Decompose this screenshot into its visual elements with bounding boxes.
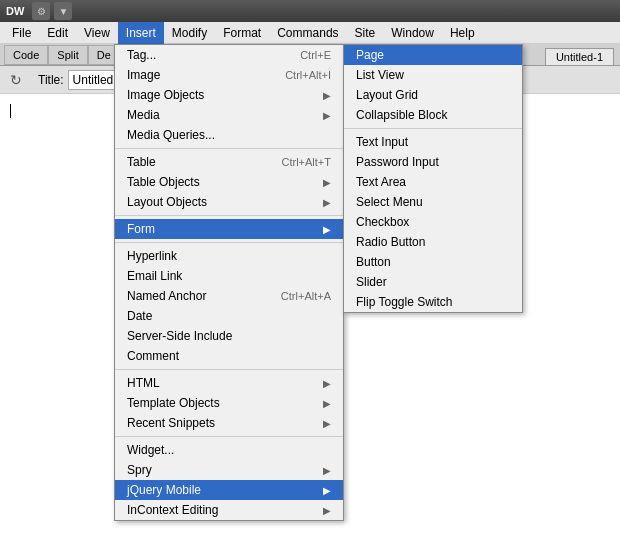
submenu-arrow-icon: ▶ (323, 378, 331, 389)
menu-item-label: jQuery Mobile (127, 483, 201, 497)
form-submenu-item-page[interactable]: Page (344, 45, 522, 65)
insert-menu-item-jquerymobile[interactable]: jQuery Mobile▶ (115, 480, 343, 500)
menu-separator-5 (115, 148, 343, 149)
menu-item-label: Tag... (127, 48, 156, 62)
menu-separator-11 (115, 242, 343, 243)
menu-item-label: Hyperlink (127, 249, 177, 263)
menu-item-modify[interactable]: Modify (164, 22, 215, 44)
menu-item-label: Template Objects (127, 396, 220, 410)
menu-item-label: Server-Side Include (127, 329, 232, 343)
menu-item-label: Table Objects (127, 175, 200, 189)
menu-item-label: HTML (127, 376, 160, 390)
insert-menu-item-table[interactable]: TableCtrl+Alt+T (115, 152, 343, 172)
insert-menu: Tag...Ctrl+EImageCtrl+Alt+IImage Objects… (114, 44, 344, 521)
insert-menu-item-html[interactable]: HTML▶ (115, 373, 343, 393)
menu-item-window[interactable]: Window (383, 22, 442, 44)
submenu-arrow-icon: ▶ (323, 505, 331, 516)
menu-item-label: Email Link (127, 269, 182, 283)
menu-item-site[interactable]: Site (347, 22, 384, 44)
menu-item-label: Layout Objects (127, 195, 207, 209)
submenu-separator-4 (344, 128, 522, 129)
submenu-arrow-icon: ▶ (323, 197, 331, 208)
form-submenu-item-button[interactable]: Button (344, 252, 522, 272)
app-name: DW (6, 5, 24, 17)
form-submenu-item-selectmenu[interactable]: Select Menu (344, 192, 522, 212)
code-view-button[interactable]: Code (4, 45, 48, 65)
menu-item-file[interactable]: File (4, 22, 39, 44)
menu-item-commands[interactable]: Commands (269, 22, 346, 44)
insert-menu-item-imageobjects[interactable]: Image Objects▶ (115, 85, 343, 105)
insert-menu-item-widget[interactable]: Widget... (115, 440, 343, 460)
form-submenu-item-radiobutton[interactable]: Radio Button (344, 232, 522, 252)
menu-item-label: Spry (127, 463, 152, 477)
insert-menu-item-incontextediting[interactable]: InContext Editing▶ (115, 500, 343, 520)
form-submenu-item-checkbox[interactable]: Checkbox (344, 212, 522, 232)
submenu-arrow-icon: ▶ (323, 398, 331, 409)
menu-item-label: Media Queries... (127, 128, 215, 142)
form-submenu-item-collapsibleblock[interactable]: Collapsible Block (344, 105, 522, 125)
menu-item-label: Date (127, 309, 152, 323)
title-label: Title: (38, 73, 64, 87)
menu-separator-9 (115, 215, 343, 216)
submenu-arrow-icon: ▶ (323, 110, 331, 121)
form-submenu: PageList ViewLayout GridCollapsible Bloc… (343, 44, 523, 313)
menu-separator-22 (115, 436, 343, 437)
menu-item-shortcut: Ctrl+Alt+I (285, 69, 331, 81)
form-submenu-item-textarea[interactable]: Text Area (344, 172, 522, 192)
form-submenu-item-layoutgrid[interactable]: Layout Grid (344, 85, 522, 105)
form-submenu-item-passwordinput[interactable]: Password Input (344, 152, 522, 172)
form-submenu-item-textinput[interactable]: Text Input (344, 132, 522, 152)
insert-menu-item-serversideinclude[interactable]: Server-Side Include (115, 326, 343, 346)
menu-item-label: Image (127, 68, 160, 82)
menu-item-help[interactable]: Help (442, 22, 483, 44)
insert-menu-item-emaillink[interactable]: Email Link (115, 266, 343, 286)
cursor (10, 104, 11, 118)
insert-menu-item-date[interactable]: Date (115, 306, 343, 326)
menu-separator-18 (115, 369, 343, 370)
insert-menu-item-image[interactable]: ImageCtrl+Alt+I (115, 65, 343, 85)
submenu-arrow-icon: ▶ (323, 90, 331, 101)
menu-item-format[interactable]: Format (215, 22, 269, 44)
insert-menu-item-form[interactable]: Form▶ (115, 219, 343, 239)
menu-item-view[interactable]: View (76, 22, 118, 44)
menu-item-label: Widget... (127, 443, 174, 457)
insert-menu-item-namedanchor[interactable]: Named AnchorCtrl+Alt+A (115, 286, 343, 306)
menu-item-label: Image Objects (127, 88, 204, 102)
insert-menu-item-layoutobjects[interactable]: Layout Objects▶ (115, 192, 343, 212)
menu-item-shortcut: Ctrl+Alt+A (281, 290, 331, 302)
submenu-arrow-icon: ▶ (323, 177, 331, 188)
insert-menu-item-spry[interactable]: Spry▶ (115, 460, 343, 480)
insert-menu-item-mediaqueries[interactable]: Media Queries... (115, 125, 343, 145)
menu-item-shortcut: Ctrl+Alt+T (281, 156, 331, 168)
insert-menu-item-media[interactable]: Media▶ (115, 105, 343, 125)
gear-icon[interactable]: ⚙ (32, 2, 50, 20)
arrow-icon[interactable]: ▼ (54, 2, 72, 20)
submenu-arrow-icon: ▶ (323, 485, 331, 496)
title-bar: DW ⚙ ▼ (0, 0, 620, 22)
form-submenu-item-slider[interactable]: Slider (344, 272, 522, 292)
form-submenu-item-fliptoggleswitch[interactable]: Flip Toggle Switch (344, 292, 522, 312)
insert-menu-item-tableobjects[interactable]: Table Objects▶ (115, 172, 343, 192)
menu-item-label: Media (127, 108, 160, 122)
menu-item-label: Comment (127, 349, 179, 363)
menu-item-label: Form (127, 222, 155, 236)
form-submenu-item-listview[interactable]: List View (344, 65, 522, 85)
menu-item-insert[interactable]: Insert (118, 22, 164, 44)
menu-bar: FileEditViewInsertModifyFormatCommandsSi… (0, 22, 620, 44)
menu-item-shortcut: Ctrl+E (300, 49, 331, 61)
menu-item-label: Table (127, 155, 156, 169)
menu-item-edit[interactable]: Edit (39, 22, 76, 44)
menu-item-label: InContext Editing (127, 503, 218, 517)
split-view-button[interactable]: Split (48, 45, 87, 65)
document-tab[interactable]: Untitled-1 (545, 48, 614, 65)
insert-menu-item-comment[interactable]: Comment (115, 346, 343, 366)
refresh-icon[interactable]: ↻ (6, 70, 26, 90)
menu-item-label: Named Anchor (127, 289, 206, 303)
insert-menu-item-hyperlink[interactable]: Hyperlink (115, 246, 343, 266)
insert-menu-item-tag[interactable]: Tag...Ctrl+E (115, 45, 343, 65)
submenu-arrow-icon: ▶ (323, 418, 331, 429)
menu-item-label: Recent Snippets (127, 416, 215, 430)
submenu-arrow-icon: ▶ (323, 465, 331, 476)
insert-menu-item-recentsnippets[interactable]: Recent Snippets▶ (115, 413, 343, 433)
insert-menu-item-templateobjects[interactable]: Template Objects▶ (115, 393, 343, 413)
